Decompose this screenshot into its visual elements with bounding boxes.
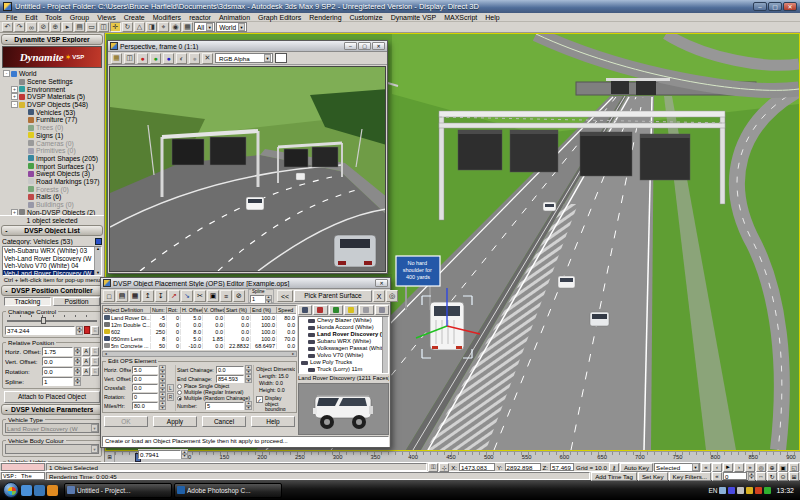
pick-parent-surface-button[interactable]: Pick Parent Surface bbox=[294, 290, 372, 302]
offset-field[interactable]: 0.0 bbox=[42, 367, 73, 376]
move-up-icon[interactable]: ↗ bbox=[168, 290, 180, 302]
edit-field[interactable]: 5.0 bbox=[132, 366, 158, 374]
object-list-item[interactable]: Veh-Subaru WRX (White) 03 bbox=[3, 247, 94, 255]
key-mode-dropdown[interactable]: Selected ▼ bbox=[654, 463, 700, 472]
collapse-panel-button[interactable]: << bbox=[277, 290, 293, 302]
copy-icon[interactable]: ▣ bbox=[207, 290, 219, 302]
object-list-item[interactable]: Veh-Volvo V70 (White) 04 bbox=[3, 262, 94, 270]
slider-handle[interactable] bbox=[41, 317, 46, 324]
table-header-row[interactable]: Object Definition Num: Rot: H. Offset V.… bbox=[103, 306, 296, 314]
library-item[interactable]: Volkswagen Passat (White) bbox=[299, 345, 382, 352]
load-element-icon[interactable]: ↥ bbox=[142, 290, 154, 302]
edit-field[interactable]: 0.0 bbox=[132, 375, 158, 383]
apply-button[interactable]: Apply bbox=[153, 416, 197, 427]
rendered-frame-window[interactable]: Perspective, frame 0 (1:1) – ▢ ✕ ▦◫●●●◐●… bbox=[107, 40, 388, 274]
edit-field[interactable]: 0.0 bbox=[132, 384, 158, 392]
auto-key-button[interactable]: Auto Key bbox=[620, 463, 653, 472]
close-icon[interactable]: ✕ bbox=[372, 42, 385, 50]
background-color-swatch[interactable] bbox=[275, 53, 287, 63]
library-item[interactable]: Subaru WRX (White) bbox=[299, 338, 382, 345]
maximize-icon[interactable]: ▢ bbox=[768, 2, 782, 11]
menu-item[interactable]: Help bbox=[481, 14, 503, 21]
clone-rendered-frame-icon[interactable]: ◫ bbox=[124, 53, 135, 64]
menu-item[interactable]: Edit bbox=[21, 14, 41, 21]
go-to-start-icon[interactable]: « bbox=[701, 463, 711, 472]
ops-row-gantry[interactable]: 12m Double C... 60 0 0.0 0.0 0.0 100.0 0… bbox=[103, 321, 296, 328]
ops-row-land-rover[interactable]: Land Rover Di... -5 0 5.0 0.0 0.0 100.0 … bbox=[103, 314, 296, 321]
go-to-start-icon[interactable]: « bbox=[712, 472, 722, 481]
tree-item[interactable]: Trees (0) bbox=[3, 124, 104, 132]
category-color-swatch[interactable] bbox=[95, 238, 102, 245]
position-tab[interactable]: Position bbox=[53, 297, 100, 306]
library-item[interactable]: Chevy Blazer (White) bbox=[299, 317, 382, 324]
menu-item[interactable]: File bbox=[2, 14, 21, 21]
select-by-name-icon[interactable]: ▤ bbox=[74, 22, 85, 32]
menu-item[interactable]: Group bbox=[66, 14, 93, 21]
tree-item[interactable]: - World bbox=[3, 70, 104, 78]
monochrome-icon[interactable]: ◐ bbox=[176, 53, 187, 64]
field-of-view-icon[interactable]: ⊙ bbox=[778, 472, 788, 481]
spinner[interactable]: ▲▼ bbox=[74, 367, 81, 376]
tree-item[interactable]: Import Surfaces (1) bbox=[3, 162, 104, 170]
object-list-item[interactable]: Veh-Land Rover Discovery (W bbox=[3, 270, 94, 277]
offset-field[interactable]: 1 bbox=[42, 377, 73, 386]
menu-item[interactable]: Tools bbox=[41, 14, 65, 21]
zoom-icon[interactable]: ◎ bbox=[756, 463, 766, 472]
chainage-value-field[interactable]: 374.244 bbox=[5, 326, 75, 335]
spinner[interactable]: ▲▼ bbox=[74, 347, 81, 356]
spinner[interactable]: ▲▼ bbox=[159, 392, 166, 401]
ok-button[interactable]: OK bbox=[104, 416, 148, 427]
tree-item[interactable]: Furniture (77) bbox=[3, 116, 104, 124]
pan-icon[interactable]: ↔ bbox=[756, 472, 766, 481]
go-to-end-icon[interactable]: » bbox=[745, 463, 755, 472]
ops-editor-dialog[interactable]: DVSP Object Placement Style (OPS) Editor… bbox=[100, 277, 391, 448]
tree-item[interactable]: Buildings (0) bbox=[3, 201, 104, 209]
checkbox-icon[interactable]: ✓ bbox=[256, 396, 263, 403]
tray-icon-4[interactable] bbox=[746, 487, 753, 494]
spinner[interactable]: ▲▼ bbox=[265, 295, 272, 304]
align-icon[interactable]: ⌖ bbox=[158, 22, 169, 32]
rectangular-selection-icon[interactable]: ▭ bbox=[86, 22, 97, 32]
ops-row-barrier[interactable]: 5m Concrete ... 50 0 -10.0 0.0 22.8832 6… bbox=[103, 342, 296, 349]
title-bar[interactable]: Untitled - Project Folder: C:\Users\Bruc… bbox=[0, 0, 800, 13]
menu-item[interactable]: Graph Editors bbox=[254, 14, 305, 21]
current-frame-field[interactable]: 0 bbox=[723, 472, 747, 480]
ops-row-sign[interactable]: 602 250 0 8.0 0.0 0.0 100.0 0.0 bbox=[103, 328, 296, 335]
channel-dropdown[interactable]: RGB Alpha ▼ bbox=[215, 53, 273, 63]
menu-item[interactable]: Create bbox=[120, 14, 149, 21]
tree-item[interactable]: + Non-DVSP Objects (2) bbox=[3, 208, 104, 215]
spline-field[interactable]: 1 bbox=[250, 295, 265, 303]
buildings-category-icon[interactable] bbox=[375, 305, 389, 315]
select-and-scale-icon[interactable]: △ bbox=[134, 22, 145, 32]
arc-rotate-icon[interactable]: ↻ bbox=[767, 472, 777, 481]
menu-item[interactable]: Dynamite VSP bbox=[387, 14, 441, 21]
placement-mode-radio[interactable]: Multiple (Random Chainage) bbox=[177, 395, 252, 401]
signs-category-icon[interactable] bbox=[344, 305, 358, 315]
tray-icon-1[interactable] bbox=[719, 487, 726, 494]
edit-field[interactable]: 0 bbox=[132, 393, 158, 401]
animate-button[interactable]: A bbox=[82, 357, 90, 366]
object-list-rollout-header[interactable]: - DVSP Object List bbox=[1, 225, 103, 236]
spinner[interactable]: ▲▼ bbox=[74, 357, 81, 366]
quicklaunch-icon-2[interactable] bbox=[34, 485, 45, 496]
offset-field[interactable]: 0.0 bbox=[42, 357, 73, 366]
expression-button[interactable]: E bbox=[91, 347, 99, 356]
spinner[interactable]: ▲▼ bbox=[245, 401, 252, 410]
open-ops-icon[interactable]: ▤ bbox=[116, 290, 128, 302]
spinner[interactable]: ▲▼ bbox=[159, 365, 166, 374]
vehicle-parameters-rollout-header[interactable]: - DVSP Vehicle Parameters bbox=[1, 404, 103, 415]
vehicle-colour-dropdown[interactable]: ▼ bbox=[5, 444, 99, 454]
blue-channel-icon[interactable]: ● bbox=[163, 53, 174, 64]
library-item[interactable]: Truck (Lorry) 11m bbox=[299, 366, 382, 373]
horizontal-scrollbar[interactable]: ◄► bbox=[102, 351, 297, 357]
tree-expander-icon[interactable]: - bbox=[3, 70, 10, 77]
green-channel-icon[interactable]: ● bbox=[150, 53, 161, 64]
close-icon[interactable]: ✕ bbox=[375, 279, 388, 287]
menu-item[interactable]: Modifiers bbox=[149, 14, 185, 21]
unlink-selection-icon[interactable]: ⊘ bbox=[38, 22, 49, 32]
offset-field[interactable]: 1.75 bbox=[42, 347, 73, 356]
taskbar-button-photoshop[interactable]: Adobe Photoshop C... bbox=[174, 483, 282, 498]
cut-icon[interactable]: ✂ bbox=[194, 290, 206, 302]
tree-item[interactable]: Cameras (0) bbox=[3, 139, 104, 147]
tree-item[interactable]: Vehicles (53) bbox=[3, 108, 104, 116]
